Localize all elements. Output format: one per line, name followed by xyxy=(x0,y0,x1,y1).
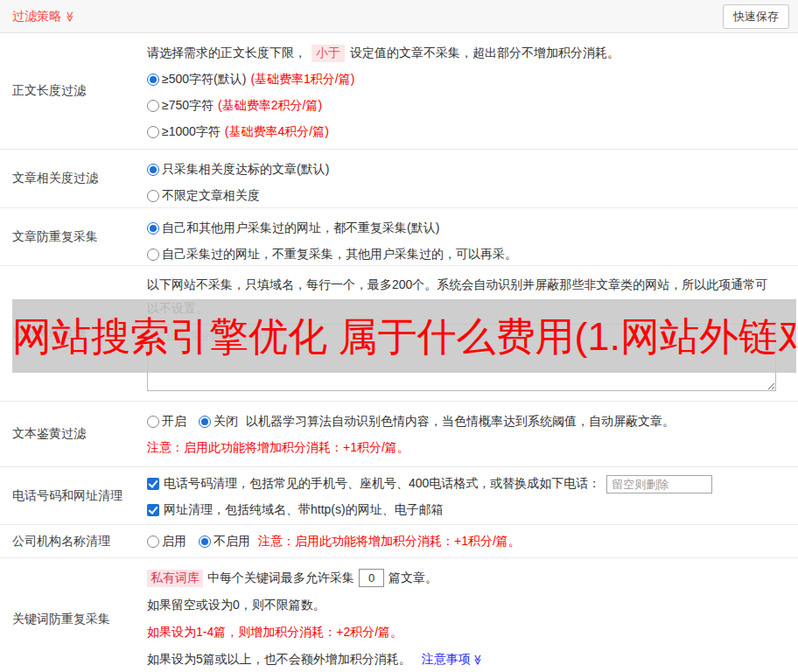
row-relevance-filter: 文章相关度过滤 只采集相关度达标的文章(默认) 不限定文章相关度 xyxy=(0,150,798,208)
row-label: 关键词防重复采集 xyxy=(0,558,147,672)
radio-no-relevance-limit[interactable] xyxy=(147,190,159,202)
row-label: 正文长度过滤 xyxy=(0,33,147,149)
replacement-phone-input[interactable] xyxy=(606,475,712,494)
porn-filter-description: 以机器学习算法自动识别色情内容，当色情概率达到系统阈值，自动屏蔽文章。 xyxy=(246,414,675,430)
radio-750[interactable] xyxy=(147,100,159,112)
radio-label: 不启用 xyxy=(214,534,250,550)
radio-option-no-limit: 不限定文章相关度 xyxy=(147,183,791,209)
keyword-note-5plus: 如果设为5篇或以上，也不会额外增加积分消耗。 xyxy=(147,652,411,668)
radio-company-disable-selected[interactable] xyxy=(199,536,211,548)
radio-label: 启用 xyxy=(162,534,186,550)
keyword-note-zero: 如果留空或设为0，则不限篇数。 xyxy=(147,592,791,619)
row-content-length-filter: 正文长度过滤 请选择需求的正文长度下限， 小于 设定值的文章不采集，超出部分不增… xyxy=(0,33,798,150)
radio-label: 关闭 xyxy=(214,414,238,430)
content-length-description: 请选择需求的正文长度下限， 小于 设定值的文章不采集，超出部分不增加积分消耗。 xyxy=(147,40,791,66)
row-porn-filter: 文本鉴黄过滤 开启 关闭 以机器学习算法自动识别色情内容，当色情概率达到系统阈值… xyxy=(0,402,798,467)
radio-relevance-only-selected[interactable] xyxy=(147,164,159,176)
checkbox-phone-cleanup-checked[interactable] xyxy=(147,478,159,490)
row-target-site-filter: 目标网站过滤 以下网站不采集，只填域名，每行一个，最多200个。系统会自动识别并… xyxy=(0,266,798,402)
radio-label: 开启 xyxy=(162,414,186,430)
radio-option-dedup-self: 自己采集过的网址，不重复采集，其他用户采集过的，可以再采。 xyxy=(147,242,791,268)
notice-link[interactable]: 注意事项 ≫ xyxy=(422,652,484,668)
radio-option-1000: ≥1000字符 (基础费率4积分/篇) xyxy=(147,119,791,145)
fee-note: (基础费率1积分/篇) xyxy=(250,72,354,88)
checkbox-url-cleanup-line: 网址清理，包括纯域名、带http(s)的网址、电子邮箱 xyxy=(147,497,791,523)
checkbox-label: 电话号码清理，包括常见的手机号、座机号、400电话格式，或替换成如下电话： xyxy=(164,476,600,492)
keyword-limit-suffix: 篇文章。 xyxy=(388,570,438,586)
porn-filter-options: 开启 关闭 以机器学习算法自动识别色情内容，当色情概率达到系统阈值，自动屏蔽文章… xyxy=(147,409,791,435)
checkbox-label: 网址清理，包括纯域名、带http(s)的网址、电子邮箱 xyxy=(164,502,444,518)
company-cleanup-note: 注意：启用此功能将增加积分消耗：+1积分/篇。 xyxy=(258,534,521,550)
watermark-text: 网站搜索引擎优化 属于什么费用(1.网站外链对 xyxy=(12,317,796,356)
radio-option-dedup-all: 自己和其他用户采集过的网址，都不重复采集(默认) xyxy=(147,215,791,242)
less-than-highlight: 小于 xyxy=(312,45,345,62)
chevron-down-icon: ≫ xyxy=(472,654,483,665)
filter-strategy-page: 过滤策略 ≫ 快速保存 正文长度过滤 请选择需求的正文长度下限， 小于 设定值的… xyxy=(0,0,798,672)
porn-filter-note: 注意：启用此功能将增加积分消耗：+1积分/篇。 xyxy=(147,435,791,461)
header-bar: 过滤策略 ≫ 快速保存 xyxy=(0,0,798,33)
private-lexicon-tag: 私有词库 xyxy=(147,570,203,587)
description-text: 设定值的文章不采集，超出部分不增加积分消耗。 xyxy=(350,46,620,61)
watermark-overlay: 网站搜索引擎优化 属于什么费用(1.网站外链对 xyxy=(12,299,796,373)
radio-label: 不限定文章相关度 xyxy=(162,188,260,204)
chevron-down-icon: ≫ xyxy=(65,10,75,22)
checkbox-phone-cleanup-line: 电话号码清理，包括常见的手机号、座机号、400电话格式，或替换成如下电话： xyxy=(147,471,791,497)
radio-porn-on[interactable] xyxy=(147,416,159,428)
description-text: 请选择需求的正文长度下限， xyxy=(147,46,306,61)
radio-option-relevance-only: 只采集相关度达标的文章(默认) xyxy=(147,157,791,183)
radio-company-enable[interactable] xyxy=(147,536,159,548)
page-title[interactable]: 过滤策略 ≫ xyxy=(12,9,76,24)
keyword-note-1-4: 如果设为1-4篇，则增加积分消耗：+2积分/篇。 xyxy=(147,619,791,646)
radio-label: ≥750字符 xyxy=(162,98,214,114)
fee-note: (基础费率2积分/篇) xyxy=(218,98,322,114)
radio-porn-off-selected[interactable] xyxy=(199,416,211,428)
row-label: 文本鉴黄过滤 xyxy=(0,402,147,466)
row-label: 公司机构名称清理 xyxy=(0,525,147,557)
radio-label: 自己采集过的网址，不重复采集，其他用户采集过的，可以再采。 xyxy=(162,247,517,262)
row-phone-url-cleanup: 电话号码和网址清理 电话号码清理，包括常见的手机号、座机号、400电话格式，或替… xyxy=(0,467,798,525)
row-label: 文章相关度过滤 xyxy=(0,150,147,207)
keyword-note-5plus-line: 如果设为5篇或以上，也不会额外增加积分消耗。 注意事项 ≫ xyxy=(147,646,791,672)
radio-dedup-all-selected[interactable] xyxy=(147,222,159,234)
fee-note: (基础费率4积分/篇) xyxy=(225,124,329,140)
row-label: 文章防重复采集 xyxy=(0,208,147,265)
radio-label: 自己和其他用户采集过的网址，都不重复采集(默认) xyxy=(162,220,439,236)
radio-dedup-self[interactable] xyxy=(147,248,159,261)
radio-label: 只采集相关度达标的文章(默认) xyxy=(162,162,329,178)
radio-1000[interactable] xyxy=(147,126,159,138)
page-title-text: 过滤策略 xyxy=(12,9,61,24)
radio-label: ≥500字符(默认) xyxy=(162,72,246,88)
notice-link-text: 注意事项 xyxy=(422,652,471,668)
radio-option-750: ≥750字符 (基础费率2积分/篇) xyxy=(147,93,791,119)
row-company-name-cleanup: 公司机构名称清理 启用 不启用 注意：启用此功能将增加积分消耗：+1积分/篇。 xyxy=(0,525,798,558)
keyword-limit-input[interactable] xyxy=(359,569,384,587)
row-label: 电话号码和网址清理 xyxy=(0,467,147,524)
row-dedup-collection: 文章防重复采集 自己和其他用户采集过的网址，都不重复采集(默认) 自己采集过的网… xyxy=(0,208,798,266)
keyword-limit-text: 中每个关键词最多允许采集 xyxy=(207,570,354,586)
radio-option-500: ≥500字符(默认) (基础费率1积分/篇) xyxy=(147,66,791,93)
radio-500-selected[interactable] xyxy=(147,74,159,86)
checkbox-url-cleanup-checked[interactable] xyxy=(147,504,159,516)
row-keyword-dedup: 关键词防重复采集 私有词库 中每个关键词最多允许采集 篇文章。 如果留空或设为0… xyxy=(0,558,798,672)
radio-label: ≥1000字符 xyxy=(162,124,220,140)
quick-save-button[interactable]: 快速保存 xyxy=(723,4,789,29)
keyword-limit-line: 私有词库 中每个关键词最多允许采集 篇文章。 xyxy=(147,564,791,592)
